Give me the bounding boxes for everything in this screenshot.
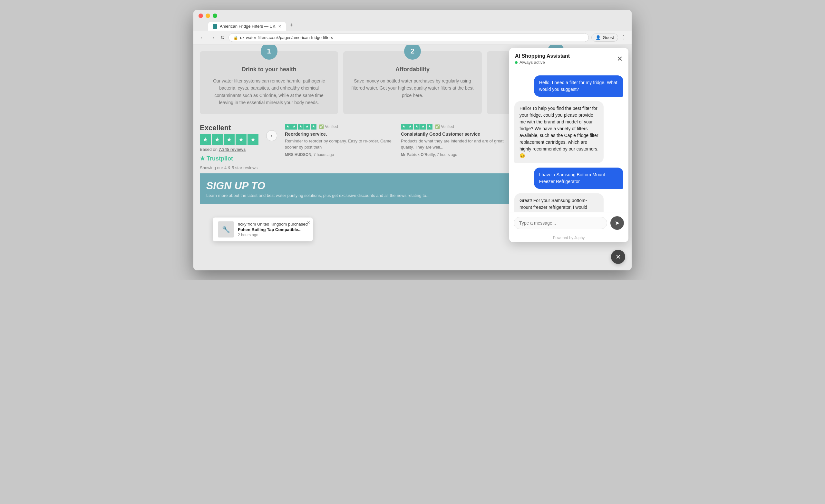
- purchase-notification: 🔧 ricky from United Kingdom purchased Fo…: [213, 218, 313, 241]
- review-2-verified: ✅ Verified: [435, 124, 454, 129]
- chat-input-area: ➤: [509, 212, 628, 234]
- reviews-prev-button[interactable]: ‹: [266, 130, 277, 141]
- review-2-header: ★ ★ ★ ★ ★ ✅ Verified: [401, 124, 509, 130]
- close-traffic-light[interactable]: [199, 13, 203, 18]
- step-card-1: 1 Drink to your health Our water filter …: [200, 51, 338, 114]
- review-card-2: ★ ★ ★ ★ ★ ✅ Verified Consistantly Good C…: [401, 124, 509, 157]
- tab-close-icon[interactable]: ✕: [278, 24, 281, 29]
- purchase-product-icon: 🔧: [222, 226, 230, 233]
- review-1-body: Reminder to reorder by company. Easy to …: [285, 138, 393, 150]
- review-card-1: ★ ★ ★ ★ ★ ✅ Verified Reordering service.…: [285, 124, 393, 157]
- step-body-2: Save money on bottled water purchases by…: [351, 77, 474, 99]
- tp-star-2: ★: [212, 134, 223, 145]
- tp-reviews-text: Based on: [200, 147, 218, 152]
- review-1-stars: ★ ★ ★ ★ ★: [285, 124, 316, 130]
- status-dot-icon: [515, 61, 518, 64]
- page-content: 1 Drink to your health Our water filter …: [194, 45, 631, 270]
- step-number-2: 2: [404, 45, 421, 60]
- chat-message-bot-2: Great! For your Samsung bottom-mount fre…: [514, 193, 604, 212]
- chat-message-input[interactable]: [514, 217, 607, 229]
- chat-close-button[interactable]: ✕: [617, 56, 623, 63]
- trustpilot-count: Based on 7,345 reviews: [200, 147, 258, 152]
- reload-button[interactable]: ↻: [219, 33, 226, 42]
- maximize-traffic-light[interactable]: [213, 13, 217, 18]
- profile-button[interactable]: 👤 Guest: [591, 33, 618, 42]
- trustpilot-box: Excellent ★ ★ ★ ★ ★ Based on 7,345 revie…: [200, 124, 258, 162]
- address-bar[interactable]: 🔒 uk-water-filters.co.uk/pages/american-…: [228, 33, 589, 42]
- lock-icon: 🔒: [233, 35, 238, 40]
- forward-button[interactable]: →: [209, 33, 217, 42]
- purchase-from-text: ricky from United Kingdom purchased: [238, 222, 308, 226]
- minimize-traffic-light[interactable]: [206, 13, 210, 18]
- purchase-product-image: 🔧: [218, 221, 234, 237]
- chat-status-text: Always active: [520, 60, 545, 65]
- step-title-2: Affordability: [351, 66, 474, 73]
- review-1-verified: ✅ Verified: [319, 124, 338, 129]
- tab-bar: American Fridge Filters — UK ✕ +: [208, 21, 626, 30]
- chat-title: AI Shopping Assistant: [515, 53, 570, 59]
- chat-header: AI Shopping Assistant Always active ✕: [509, 48, 628, 70]
- chat-status: Always active: [515, 60, 570, 65]
- tp-star-3: ★: [224, 134, 235, 145]
- purchase-time: 2 hours ago: [238, 233, 308, 237]
- browser-menu-button[interactable]: ⋮: [621, 34, 626, 41]
- back-button[interactable]: ←: [199, 33, 206, 42]
- chat-message-bot-1: Hello! To help you find the best filter …: [514, 101, 604, 163]
- url-text: uk-water-filters.co.uk/pages/american-fr…: [240, 35, 333, 40]
- chat-widget: AI Shopping Assistant Always active ✕ He…: [509, 48, 628, 242]
- active-browser-tab[interactable]: American Fridge Filters — UK ✕: [208, 22, 286, 30]
- step-card-2: 2 Affordability Save money on bottled wa…: [343, 51, 481, 114]
- chat-messages: Hello, I need a filter for my fridge. Wh…: [509, 70, 628, 212]
- new-tab-button[interactable]: +: [287, 21, 296, 30]
- step-number-1: 1: [261, 45, 278, 60]
- tp-reviews-number[interactable]: 7,345 reviews: [219, 147, 246, 152]
- tp-logo-text: Trustpilot: [207, 155, 233, 162]
- chat-powered-by: Powered by Juphy: [509, 234, 628, 242]
- review-2-body: Products do what they are intended for a…: [401, 138, 509, 150]
- chat-message-user-1: Hello, I need a filter for my fridge. Wh…: [534, 75, 623, 97]
- review-2-title: Consistantly Good Customer service: [401, 132, 509, 137]
- purchase-info: ricky from United Kingdom purchased Fohe…: [238, 222, 308, 237]
- browser-controls: [199, 13, 626, 18]
- browser-toolbar: ← → ↻ 🔒 uk-water-filters.co.uk/pages/ame…: [194, 30, 631, 45]
- review-1-title: Reordering service.: [285, 132, 393, 137]
- review-1-header: ★ ★ ★ ★ ★ ✅ Verified: [285, 124, 393, 130]
- review-2-stars: ★ ★ ★ ★ ★: [401, 124, 433, 130]
- tp-star-4: ★: [236, 134, 246, 145]
- purchase-notification-close-button[interactable]: ✕: [306, 220, 310, 225]
- trustpilot-stars: ★ ★ ★ ★ ★: [200, 134, 258, 145]
- review-2-author: Mr Patrick O'Reilly, 7 hours ago: [401, 152, 509, 157]
- chat-send-button[interactable]: ➤: [610, 216, 624, 230]
- chat-message-user-2: I have a Samsung Bottom-Mount Freezer Re…: [534, 167, 623, 189]
- review-1-author: MRS HUDSON, 7 hours ago: [285, 152, 393, 157]
- purchase-product-name: Fohen Boiling Tap Compatible...: [238, 227, 308, 232]
- profile-icon: 👤: [596, 35, 601, 40]
- step-body-1: Our water filter systems can remove harm…: [208, 77, 330, 106]
- chat-close-bubble-button[interactable]: ✕: [611, 250, 625, 264]
- trustpilot-logo: ★ Trustpilot: [200, 155, 258, 162]
- profile-label: Guest: [603, 35, 614, 40]
- browser-window: American Fridge Filters — UK ✕ + ← → ↻ 🔒…: [194, 10, 631, 270]
- tab-title: American Fridge Filters — UK: [220, 24, 276, 29]
- tp-star-5: ★: [247, 134, 258, 145]
- chat-header-info: AI Shopping Assistant Always active: [515, 53, 570, 65]
- tp-star-1: ★: [200, 134, 211, 145]
- browser-titlebar: American Fridge Filters — UK ✕ +: [194, 10, 631, 30]
- step-title-1: Drink to your health: [208, 66, 330, 73]
- trustpilot-rating-label: Excellent: [200, 124, 258, 132]
- tab-favicon-icon: [213, 24, 217, 29]
